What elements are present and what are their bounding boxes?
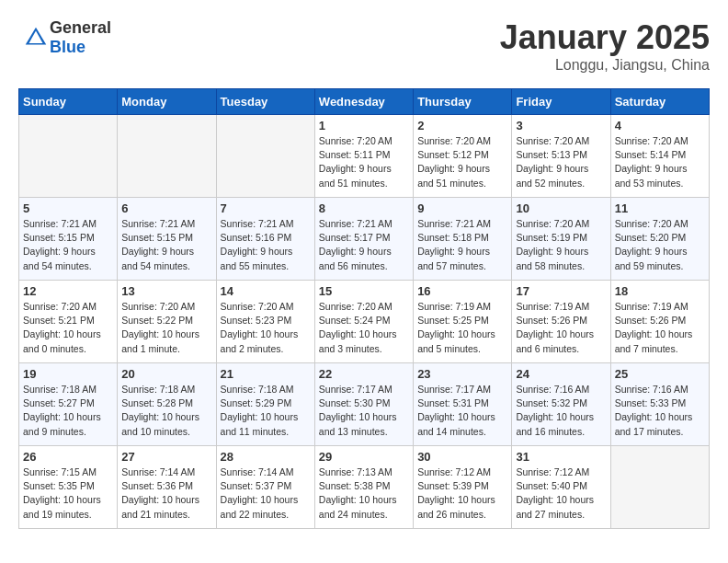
calendar-cell: 2Sunrise: 7:20 AMSunset: 5:12 PMDaylight… [414,115,512,198]
day-info: Sunrise: 7:16 AMSunset: 5:32 PMDaylight:… [516,383,606,439]
day-info: Sunrise: 7:21 AMSunset: 5:18 PMDaylight:… [417,217,507,273]
day-info: Sunrise: 7:20 AMSunset: 5:23 PMDaylight:… [221,300,311,356]
day-number: 25 [615,367,705,381]
weekday-header: Tuesday [216,89,314,115]
day-info: Sunrise: 7:17 AMSunset: 5:30 PMDaylight:… [319,383,409,439]
day-info: Sunrise: 7:14 AMSunset: 5:36 PMDaylight:… [121,465,211,522]
day-info: Sunrise: 7:15 AMSunset: 5:35 PMDaylight:… [23,465,113,522]
calendar-cell: 1Sunrise: 7:20 AMSunset: 5:11 PMDaylight… [314,115,413,198]
calendar-cell: 18Sunrise: 7:19 AMSunset: 5:26 PMDayligh… [610,281,709,363]
calendar-cell: 11Sunrise: 7:20 AMSunset: 5:20 PMDayligh… [610,198,709,281]
weekday-header: Thursday [414,89,512,115]
calendar-cell: 10Sunrise: 7:20 AMSunset: 5:19 PMDayligh… [512,198,610,281]
day-number: 28 [221,450,311,464]
logo-icon [22,24,50,52]
day-info: Sunrise: 7:18 AMSunset: 5:28 PMDaylight:… [121,383,211,439]
day-number: 2 [417,119,507,132]
day-info: Sunrise: 7:19 AMSunset: 5:26 PMDaylight:… [615,300,705,356]
day-number: 13 [121,284,211,298]
calendar-cell: 21Sunrise: 7:18 AMSunset: 5:29 PMDayligh… [216,363,314,446]
day-number: 27 [121,450,211,464]
calendar-cell: 25Sunrise: 7:16 AMSunset: 5:33 PMDayligh… [610,363,709,446]
weekday-header: Friday [512,89,610,115]
day-info: Sunrise: 7:21 AMSunset: 5:17 PMDaylight:… [319,217,409,273]
calendar-cell: 23Sunrise: 7:17 AMSunset: 5:31 PMDayligh… [414,363,512,446]
day-info: Sunrise: 7:18 AMSunset: 5:29 PMDaylight:… [221,383,311,439]
day-number: 8 [319,201,409,215]
calendar-table: SundayMondayTuesdayWednesdayThursdayFrid… [18,88,710,529]
calendar-cell: 27Sunrise: 7:14 AMSunset: 5:36 PMDayligh… [118,446,216,529]
calendar-cell: 15Sunrise: 7:20 AMSunset: 5:24 PMDayligh… [314,281,413,363]
weekday-header: Sunday [19,89,118,115]
calendar-week-row: 19Sunrise: 7:18 AMSunset: 5:27 PMDayligh… [19,363,710,446]
logo-blue: Blue [50,38,85,56]
calendar-cell: 8Sunrise: 7:21 AMSunset: 5:17 PMDaylight… [314,198,413,281]
calendar-cell: 28Sunrise: 7:14 AMSunset: 5:37 PMDayligh… [216,446,314,529]
day-number: 21 [221,367,311,381]
logo: General Blue [18,18,111,57]
day-number: 14 [221,284,311,298]
day-info: Sunrise: 7:20 AMSunset: 5:22 PMDaylight:… [121,300,211,356]
calendar-cell [610,446,709,529]
calendar-cell [216,115,314,198]
day-number: 6 [121,201,211,215]
day-number: 10 [516,201,606,215]
weekday-header: Saturday [610,89,709,115]
calendar-cell: 24Sunrise: 7:16 AMSunset: 5:32 PMDayligh… [512,363,610,446]
day-number: 24 [516,367,606,381]
day-number: 29 [319,450,409,464]
day-number: 1 [319,119,409,132]
calendar-cell: 6Sunrise: 7:21 AMSunset: 5:15 PMDaylight… [118,198,216,281]
calendar-cell: 12Sunrise: 7:20 AMSunset: 5:21 PMDayligh… [19,281,118,363]
day-info: Sunrise: 7:12 AMSunset: 5:40 PMDaylight:… [516,465,606,522]
calendar-cell: 20Sunrise: 7:18 AMSunset: 5:28 PMDayligh… [118,363,216,446]
day-number: 20 [121,367,211,381]
calendar-cell: 30Sunrise: 7:12 AMSunset: 5:39 PMDayligh… [414,446,512,529]
month-title: January 2025 [500,18,710,57]
day-number: 5 [23,201,113,215]
day-info: Sunrise: 7:20 AMSunset: 5:11 PMDaylight:… [319,134,409,190]
weekday-header: Wednesday [314,89,413,115]
day-number: 30 [417,450,507,464]
calendar-cell: 26Sunrise: 7:15 AMSunset: 5:35 PMDayligh… [19,446,118,529]
day-number: 16 [417,284,507,298]
weekday-header: Monday [118,89,216,115]
day-number: 19 [23,367,113,381]
day-number: 4 [615,119,705,132]
calendar-header-row: SundayMondayTuesdayWednesdayThursdayFrid… [19,89,710,115]
day-info: Sunrise: 7:21 AMSunset: 5:15 PMDaylight:… [23,217,113,273]
day-info: Sunrise: 7:21 AMSunset: 5:15 PMDaylight:… [121,217,211,273]
calendar-cell [19,115,118,198]
day-info: Sunrise: 7:17 AMSunset: 5:31 PMDaylight:… [417,383,507,439]
day-info: Sunrise: 7:19 AMSunset: 5:25 PMDaylight:… [417,300,507,356]
page-header: General Blue January 2025 Longgu, Jiangs… [18,18,710,74]
calendar-cell: 13Sunrise: 7:20 AMSunset: 5:22 PMDayligh… [118,281,216,363]
day-info: Sunrise: 7:18 AMSunset: 5:27 PMDaylight:… [23,383,113,439]
calendar-cell: 14Sunrise: 7:20 AMSunset: 5:23 PMDayligh… [216,281,314,363]
calendar-cell: 29Sunrise: 7:13 AMSunset: 5:38 PMDayligh… [314,446,413,529]
day-info: Sunrise: 7:16 AMSunset: 5:33 PMDaylight:… [615,383,705,439]
day-number: 15 [319,284,409,298]
day-number: 22 [319,367,409,381]
day-number: 23 [417,367,507,381]
calendar-week-row: 1Sunrise: 7:20 AMSunset: 5:11 PMDaylight… [19,115,710,198]
calendar-cell: 3Sunrise: 7:20 AMSunset: 5:13 PMDaylight… [512,115,610,198]
day-info: Sunrise: 7:20 AMSunset: 5:12 PMDaylight:… [417,134,507,190]
day-info: Sunrise: 7:20 AMSunset: 5:14 PMDaylight:… [615,134,705,190]
day-number: 17 [516,284,606,298]
day-info: Sunrise: 7:20 AMSunset: 5:13 PMDaylight:… [516,134,606,190]
day-info: Sunrise: 7:12 AMSunset: 5:39 PMDaylight:… [417,465,507,522]
day-number: 9 [417,201,507,215]
calendar-cell: 7Sunrise: 7:21 AMSunset: 5:16 PMDaylight… [216,198,314,281]
day-number: 18 [615,284,705,298]
day-info: Sunrise: 7:20 AMSunset: 5:20 PMDaylight:… [615,217,705,273]
day-info: Sunrise: 7:20 AMSunset: 5:21 PMDaylight:… [23,300,113,356]
calendar-cell: 9Sunrise: 7:21 AMSunset: 5:18 PMDaylight… [414,198,512,281]
location-title: Longgu, Jiangsu, China [500,57,710,74]
title-block: January 2025 Longgu, Jiangsu, China [500,18,710,74]
day-info: Sunrise: 7:19 AMSunset: 5:26 PMDaylight:… [516,300,606,356]
calendar-week-row: 12Sunrise: 7:20 AMSunset: 5:21 PMDayligh… [19,281,710,363]
calendar-cell [118,115,216,198]
calendar-cell: 31Sunrise: 7:12 AMSunset: 5:40 PMDayligh… [512,446,610,529]
calendar-week-row: 26Sunrise: 7:15 AMSunset: 5:35 PMDayligh… [19,446,710,529]
